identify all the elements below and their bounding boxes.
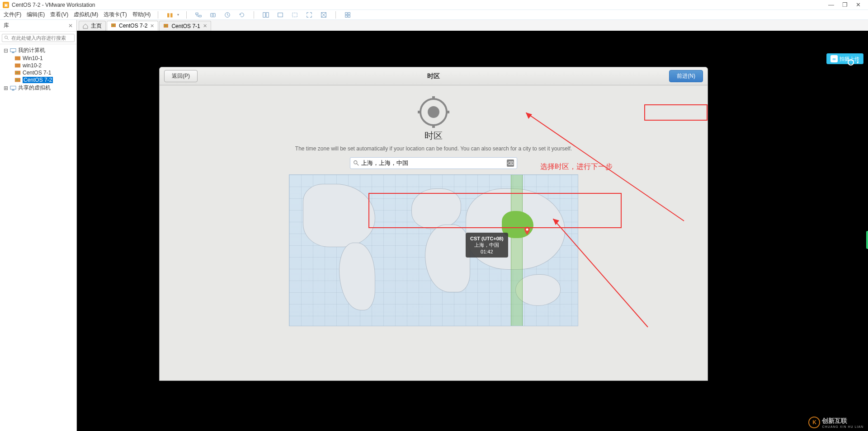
forward-button[interactable]: 前进(N)	[669, 70, 703, 82]
app-icon: ▣	[3, 2, 9, 8]
tab-bar: 主页 CentOS 7-2 ✕ CentOS 7-1 ✕	[77, 20, 868, 31]
menu-vm[interactable]: 虚拟机(M)	[74, 11, 98, 19]
tree-item-centos7-1[interactable]: CentOS 7-1	[2, 69, 75, 76]
svg-rect-15	[12, 52, 14, 53]
tab-close-icon[interactable]: ✕	[150, 23, 154, 29]
minimize-button[interactable]: —	[828, 1, 834, 8]
installer-dialog: 返回(P) 时区 前进(N) 时区 The time zone will be …	[159, 67, 708, 381]
svg-rect-17	[15, 64, 20, 68]
send-ctrlaltdel-icon[interactable]	[194, 10, 203, 19]
accessibility-menu-icon[interactable]: ▾	[857, 60, 859, 65]
svg-rect-2	[211, 13, 216, 17]
tz-tooltip: CST (UTC+08) 上海，中国 01:42	[466, 233, 508, 258]
svg-rect-0	[196, 13, 198, 14]
unity-icon[interactable]	[319, 10, 328, 19]
fullscreen-icon[interactable]	[305, 10, 314, 19]
svg-rect-5	[263, 12, 265, 17]
svg-rect-14	[10, 48, 16, 52]
maximize-button[interactable]: ❐	[842, 1, 848, 8]
cloud-icon: ∞	[830, 55, 838, 62]
watermark: K 创新互联 CHUANG XIN HU LIAN	[808, 417, 863, 428]
tab-centos7-1[interactable]: CentOS 7-1 ✕	[159, 21, 211, 31]
library-close-icon[interactable]: ✕	[68, 23, 73, 29]
svg-rect-16	[15, 56, 20, 61]
menu-edit[interactable]: 编辑(E)	[27, 11, 45, 19]
svg-rect-11	[348, 12, 350, 14]
pause-button[interactable]: ▮▮	[165, 10, 175, 19]
tz-search-input[interactable]	[361, 160, 507, 167]
tz-heading: 时区	[169, 130, 698, 142]
snapshot-manager-icon[interactable]	[223, 10, 232, 19]
svg-line-25	[357, 164, 359, 165]
menu-tabs[interactable]: 选项卡(T)	[104, 11, 127, 19]
svg-point-24	[354, 161, 357, 164]
tz-search-box[interactable]: ⌫	[350, 157, 517, 169]
location-target-icon	[420, 98, 448, 126]
world-map[interactable]: CST (UTC+08) 上海，中国 01:42	[289, 174, 578, 326]
menu-help[interactable]: 帮助(H)	[132, 11, 151, 19]
snapshot-icon[interactable]	[208, 10, 217, 19]
tree-root-shared[interactable]: ⊞ 共享的虚拟机	[2, 84, 75, 92]
vm-screen[interactable]: ∞ 拍摄上传 ▾ 返回(P) 时区 前进(N) 时区	[77, 31, 868, 431]
side-handle[interactable]	[866, 231, 868, 249]
dialog-title: 时区	[427, 72, 440, 80]
svg-point-26	[526, 229, 528, 231]
expand-icon[interactable]: ⊞	[4, 85, 8, 91]
tree-item-win10-2[interactable]: win10-2	[2, 62, 75, 69]
thumbnail-bar-icon[interactable]	[343, 10, 352, 19]
menu-view[interactable]: 查看(V)	[50, 11, 68, 19]
vm-tree: ⊟ 我的计算机 Win10-1 win10-2 CentOS 7-1 CentO…	[0, 44, 76, 94]
tree-item-centos7-2[interactable]: CentOS 7-2	[2, 76, 75, 84]
power-dropdown-icon[interactable]: ▾	[177, 13, 179, 17]
svg-rect-8	[292, 13, 297, 17]
svg-rect-12	[345, 15, 347, 17]
watermark-logo-icon: K	[808, 417, 820, 428]
annotation-text: 选择时区，进行下一步	[540, 162, 613, 172]
fit-guest-icon[interactable]	[261, 10, 270, 19]
tree-root-mycomputer[interactable]: ⊟ 我的计算机	[2, 46, 75, 55]
tz-highlight-band	[511, 175, 523, 326]
menu-file[interactable]: 文件(F)	[4, 11, 21, 19]
close-button[interactable]: ✕	[856, 1, 861, 8]
tz-description: The time zone will be set automatically …	[169, 145, 698, 152]
collapse-icon[interactable]: ⊟	[4, 47, 8, 54]
library-sidebar: 库 ✕ ⊟ 我的计算机 Win10-1 win10-2 CentOS 7-1	[0, 20, 77, 431]
svg-rect-10	[345, 12, 347, 14]
tree-item-win10-1[interactable]: Win10-1	[2, 55, 75, 62]
content-area: 主页 CentOS 7-2 ✕ CentOS 7-1 ✕ ∞ 拍摄上传 ▾	[77, 20, 868, 431]
tab-centos7-2[interactable]: CentOS 7-2 ✕	[107, 21, 158, 31]
menubar: 文件(F) 编辑(E) 查看(V) 虚拟机(M) 选项卡(T) 帮助(H) ▮▮…	[0, 10, 868, 20]
accessibility-icon[interactable]	[848, 59, 854, 66]
svg-rect-1	[199, 15, 201, 17]
library-search-input[interactable]	[2, 34, 75, 42]
svg-point-3	[212, 14, 214, 16]
revert-icon[interactable]	[237, 10, 246, 19]
svg-rect-6	[266, 12, 269, 17]
svg-rect-13	[348, 15, 350, 17]
console-view-icon[interactable]	[276, 10, 285, 19]
tab-home[interactable]: 主页	[79, 21, 106, 31]
tab-close-icon[interactable]: ✕	[203, 23, 207, 29]
stretch-icon[interactable]	[290, 10, 299, 19]
gnome-topbar: ▾	[848, 58, 859, 67]
library-title: 库	[4, 22, 9, 29]
window-title: CentOS 7-2 - VMware Workstation	[12, 2, 828, 8]
svg-rect-21	[12, 89, 14, 90]
search-icon	[353, 160, 359, 166]
svg-rect-7	[278, 13, 283, 17]
clear-input-icon[interactable]: ⌫	[507, 159, 514, 167]
back-button[interactable]: 返回(P)	[164, 70, 198, 82]
location-pin-icon	[524, 227, 530, 235]
window-titlebar: ▣ CentOS 7-2 - VMware Workstation — ❐ ✕	[0, 0, 868, 10]
svg-rect-20	[10, 86, 16, 89]
